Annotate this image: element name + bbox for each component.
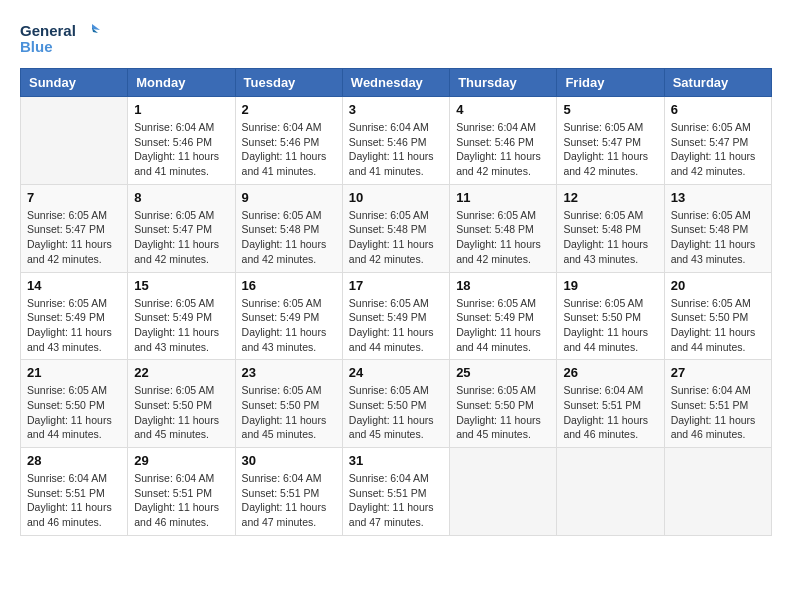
day-info: Sunrise: 6:04 AM Sunset: 5:46 PM Dayligh… bbox=[134, 120, 228, 179]
svg-text:Blue: Blue bbox=[20, 38, 53, 55]
day-number: 19 bbox=[563, 278, 657, 293]
calendar-cell: 16Sunrise: 6:05 AM Sunset: 5:49 PM Dayli… bbox=[235, 272, 342, 360]
svg-text:General: General bbox=[20, 22, 76, 39]
day-number: 22 bbox=[134, 365, 228, 380]
day-number: 2 bbox=[242, 102, 336, 117]
header-tuesday: Tuesday bbox=[235, 69, 342, 97]
calendar-cell: 5Sunrise: 6:05 AM Sunset: 5:47 PM Daylig… bbox=[557, 97, 664, 185]
calendar-cell: 29Sunrise: 6:04 AM Sunset: 5:51 PM Dayli… bbox=[128, 448, 235, 536]
calendar-cell: 11Sunrise: 6:05 AM Sunset: 5:48 PM Dayli… bbox=[450, 184, 557, 272]
day-number: 3 bbox=[349, 102, 443, 117]
calendar-cell: 28Sunrise: 6:04 AM Sunset: 5:51 PM Dayli… bbox=[21, 448, 128, 536]
day-info: Sunrise: 6:04 AM Sunset: 5:46 PM Dayligh… bbox=[349, 120, 443, 179]
day-info: Sunrise: 6:05 AM Sunset: 5:48 PM Dayligh… bbox=[242, 208, 336, 267]
day-info: Sunrise: 6:05 AM Sunset: 5:50 PM Dayligh… bbox=[456, 383, 550, 442]
calendar-cell: 19Sunrise: 6:05 AM Sunset: 5:50 PM Dayli… bbox=[557, 272, 664, 360]
day-info: Sunrise: 6:05 AM Sunset: 5:50 PM Dayligh… bbox=[671, 296, 765, 355]
day-info: Sunrise: 6:05 AM Sunset: 5:49 PM Dayligh… bbox=[456, 296, 550, 355]
calendar-cell: 2Sunrise: 6:04 AM Sunset: 5:46 PM Daylig… bbox=[235, 97, 342, 185]
day-info: Sunrise: 6:04 AM Sunset: 5:51 PM Dayligh… bbox=[134, 471, 228, 530]
calendar-header: SundayMondayTuesdayWednesdayThursdayFrid… bbox=[21, 69, 772, 97]
day-info: Sunrise: 6:05 AM Sunset: 5:47 PM Dayligh… bbox=[27, 208, 121, 267]
calendar-cell bbox=[557, 448, 664, 536]
calendar-cell: 9Sunrise: 6:05 AM Sunset: 5:48 PM Daylig… bbox=[235, 184, 342, 272]
day-info: Sunrise: 6:04 AM Sunset: 5:46 PM Dayligh… bbox=[242, 120, 336, 179]
day-info: Sunrise: 6:05 AM Sunset: 5:49 PM Dayligh… bbox=[242, 296, 336, 355]
week-row-2: 14Sunrise: 6:05 AM Sunset: 5:49 PM Dayli… bbox=[21, 272, 772, 360]
header-monday: Monday bbox=[128, 69, 235, 97]
week-row-4: 28Sunrise: 6:04 AM Sunset: 5:51 PM Dayli… bbox=[21, 448, 772, 536]
calendar-cell: 22Sunrise: 6:05 AM Sunset: 5:50 PM Dayli… bbox=[128, 360, 235, 448]
day-number: 5 bbox=[563, 102, 657, 117]
calendar-cell: 10Sunrise: 6:05 AM Sunset: 5:48 PM Dayli… bbox=[342, 184, 449, 272]
day-info: Sunrise: 6:04 AM Sunset: 5:51 PM Dayligh… bbox=[671, 383, 765, 442]
calendar-cell: 6Sunrise: 6:05 AM Sunset: 5:47 PM Daylig… bbox=[664, 97, 771, 185]
header-sunday: Sunday bbox=[21, 69, 128, 97]
day-number: 1 bbox=[134, 102, 228, 117]
day-info: Sunrise: 6:05 AM Sunset: 5:50 PM Dayligh… bbox=[134, 383, 228, 442]
day-number: 26 bbox=[563, 365, 657, 380]
logo: General Blue bbox=[20, 20, 100, 58]
calendar-cell: 26Sunrise: 6:04 AM Sunset: 5:51 PM Dayli… bbox=[557, 360, 664, 448]
day-info: Sunrise: 6:05 AM Sunset: 5:47 PM Dayligh… bbox=[671, 120, 765, 179]
calendar-cell: 30Sunrise: 6:04 AM Sunset: 5:51 PM Dayli… bbox=[235, 448, 342, 536]
calendar-table: SundayMondayTuesdayWednesdayThursdayFrid… bbox=[20, 68, 772, 536]
header-friday: Friday bbox=[557, 69, 664, 97]
page-header: General Blue bbox=[20, 20, 772, 58]
day-number: 13 bbox=[671, 190, 765, 205]
calendar-cell: 8Sunrise: 6:05 AM Sunset: 5:47 PM Daylig… bbox=[128, 184, 235, 272]
day-info: Sunrise: 6:04 AM Sunset: 5:51 PM Dayligh… bbox=[349, 471, 443, 530]
calendar-cell: 20Sunrise: 6:05 AM Sunset: 5:50 PM Dayli… bbox=[664, 272, 771, 360]
calendar-cell: 24Sunrise: 6:05 AM Sunset: 5:50 PM Dayli… bbox=[342, 360, 449, 448]
calendar-cell: 21Sunrise: 6:05 AM Sunset: 5:50 PM Dayli… bbox=[21, 360, 128, 448]
day-number: 24 bbox=[349, 365, 443, 380]
day-number: 9 bbox=[242, 190, 336, 205]
header-thursday: Thursday bbox=[450, 69, 557, 97]
day-number: 28 bbox=[27, 453, 121, 468]
calendar-cell: 23Sunrise: 6:05 AM Sunset: 5:50 PM Dayli… bbox=[235, 360, 342, 448]
day-number: 6 bbox=[671, 102, 765, 117]
day-info: Sunrise: 6:05 AM Sunset: 5:50 PM Dayligh… bbox=[242, 383, 336, 442]
calendar-cell: 27Sunrise: 6:04 AM Sunset: 5:51 PM Dayli… bbox=[664, 360, 771, 448]
day-info: Sunrise: 6:05 AM Sunset: 5:47 PM Dayligh… bbox=[134, 208, 228, 267]
day-number: 12 bbox=[563, 190, 657, 205]
day-number: 8 bbox=[134, 190, 228, 205]
day-info: Sunrise: 6:05 AM Sunset: 5:49 PM Dayligh… bbox=[134, 296, 228, 355]
calendar-cell: 3Sunrise: 6:04 AM Sunset: 5:46 PM Daylig… bbox=[342, 97, 449, 185]
day-number: 29 bbox=[134, 453, 228, 468]
day-number: 14 bbox=[27, 278, 121, 293]
day-number: 31 bbox=[349, 453, 443, 468]
day-number: 10 bbox=[349, 190, 443, 205]
calendar-cell: 12Sunrise: 6:05 AM Sunset: 5:48 PM Dayli… bbox=[557, 184, 664, 272]
logo-icon: General Blue bbox=[20, 20, 100, 58]
day-number: 17 bbox=[349, 278, 443, 293]
day-info: Sunrise: 6:05 AM Sunset: 5:50 PM Dayligh… bbox=[27, 383, 121, 442]
day-info: Sunrise: 6:04 AM Sunset: 5:51 PM Dayligh… bbox=[27, 471, 121, 530]
day-info: Sunrise: 6:05 AM Sunset: 5:50 PM Dayligh… bbox=[349, 383, 443, 442]
calendar-cell bbox=[450, 448, 557, 536]
calendar-cell: 7Sunrise: 6:05 AM Sunset: 5:47 PM Daylig… bbox=[21, 184, 128, 272]
calendar-body: 1Sunrise: 6:04 AM Sunset: 5:46 PM Daylig… bbox=[21, 97, 772, 536]
day-info: Sunrise: 6:04 AM Sunset: 5:51 PM Dayligh… bbox=[563, 383, 657, 442]
day-info: Sunrise: 6:05 AM Sunset: 5:48 PM Dayligh… bbox=[671, 208, 765, 267]
day-number: 18 bbox=[456, 278, 550, 293]
header-row: SundayMondayTuesdayWednesdayThursdayFrid… bbox=[21, 69, 772, 97]
day-number: 15 bbox=[134, 278, 228, 293]
calendar-cell: 15Sunrise: 6:05 AM Sunset: 5:49 PM Dayli… bbox=[128, 272, 235, 360]
header-saturday: Saturday bbox=[664, 69, 771, 97]
calendar-cell: 1Sunrise: 6:04 AM Sunset: 5:46 PM Daylig… bbox=[128, 97, 235, 185]
day-number: 20 bbox=[671, 278, 765, 293]
day-number: 7 bbox=[27, 190, 121, 205]
calendar-cell: 17Sunrise: 6:05 AM Sunset: 5:49 PM Dayli… bbox=[342, 272, 449, 360]
week-row-1: 7Sunrise: 6:05 AM Sunset: 5:47 PM Daylig… bbox=[21, 184, 772, 272]
calendar-cell: 18Sunrise: 6:05 AM Sunset: 5:49 PM Dayli… bbox=[450, 272, 557, 360]
calendar-cell: 4Sunrise: 6:04 AM Sunset: 5:46 PM Daylig… bbox=[450, 97, 557, 185]
day-number: 21 bbox=[27, 365, 121, 380]
day-info: Sunrise: 6:05 AM Sunset: 5:48 PM Dayligh… bbox=[349, 208, 443, 267]
day-info: Sunrise: 6:05 AM Sunset: 5:48 PM Dayligh… bbox=[456, 208, 550, 267]
calendar-cell bbox=[664, 448, 771, 536]
day-number: 16 bbox=[242, 278, 336, 293]
calendar-cell: 14Sunrise: 6:05 AM Sunset: 5:49 PM Dayli… bbox=[21, 272, 128, 360]
day-number: 30 bbox=[242, 453, 336, 468]
calendar-cell: 25Sunrise: 6:05 AM Sunset: 5:50 PM Dayli… bbox=[450, 360, 557, 448]
